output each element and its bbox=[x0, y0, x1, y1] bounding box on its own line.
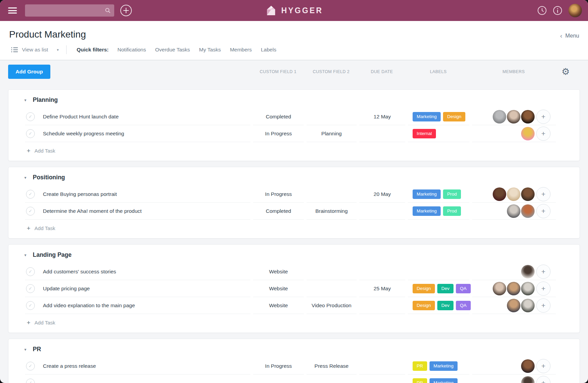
task-complete-checkbox[interactable]: ✓ bbox=[26, 190, 35, 199]
quick-filter-members[interactable]: Members bbox=[230, 47, 252, 52]
due-date-value[interactable] bbox=[359, 358, 405, 375]
group-title[interactable]: Landing Page bbox=[33, 251, 72, 258]
custom-field-1-value[interactable]: Website bbox=[253, 297, 304, 314]
custom-field-1-value[interactable]: In Progress bbox=[253, 186, 304, 203]
info-icon[interactable] bbox=[553, 6, 562, 15]
dropdown-caret-icon[interactable]: ▾ bbox=[57, 48, 59, 52]
column-header-members[interactable]: MEMBERS bbox=[472, 65, 556, 79]
member-avatar[interactable] bbox=[521, 265, 535, 278]
custom-field-1-value[interactable]: Website bbox=[253, 280, 304, 297]
custom-field-2-value[interactable]: Planning bbox=[307, 125, 357, 142]
label-badge-marketing[interactable]: Marketing bbox=[430, 361, 458, 371]
task-complete-checkbox[interactable]: ✓ bbox=[26, 267, 35, 276]
custom-field-1-value[interactable]: Website bbox=[253, 263, 304, 280]
menu-link[interactable]: ‹ Menu bbox=[560, 32, 579, 39]
member-avatar[interactable] bbox=[521, 187, 535, 201]
label-badge-marketing[interactable]: Marketing bbox=[413, 189, 441, 199]
member-avatar[interactable] bbox=[521, 127, 535, 140]
user-profile-avatar[interactable] bbox=[568, 4, 582, 17]
add-new-icon[interactable] bbox=[120, 5, 132, 16]
custom-field-1-value[interactable]: In Progress bbox=[253, 358, 304, 375]
label-badge-design[interactable]: Design bbox=[443, 112, 465, 121]
due-date-value[interactable]: 25 May bbox=[359, 280, 405, 297]
custom-field-2-value[interactable]: Press Release bbox=[307, 358, 357, 375]
custom-field-2-value[interactable] bbox=[307, 280, 357, 297]
label-badge-prod[interactable]: Prod bbox=[443, 189, 461, 199]
task-complete-checkbox[interactable]: ✓ bbox=[26, 301, 35, 310]
label-badge-internal[interactable]: Internal bbox=[413, 129, 436, 138]
search-input[interactable] bbox=[28, 7, 105, 14]
task-name[interactable]: Schedule weekly progress meeting bbox=[43, 131, 124, 137]
member-avatar[interactable] bbox=[507, 204, 520, 218]
member-avatar[interactable] bbox=[507, 299, 520, 312]
label-badge-pr[interactable]: PR bbox=[413, 361, 427, 371]
hamburger-menu-icon[interactable] bbox=[8, 7, 17, 14]
quick-filter-my-tasks[interactable]: My Tasks bbox=[199, 47, 221, 52]
due-date-value[interactable] bbox=[359, 203, 405, 220]
due-date-value[interactable] bbox=[359, 297, 405, 314]
task-complete-checkbox[interactable]: ✓ bbox=[26, 112, 35, 121]
custom-field-2-value[interactable] bbox=[307, 263, 357, 280]
clock-icon[interactable] bbox=[537, 6, 547, 15]
group-title[interactable]: Planning bbox=[33, 96, 58, 104]
label-badge-marketing[interactable]: Marketing bbox=[413, 206, 441, 216]
custom-field-2-value[interactable]: Video Production bbox=[307, 297, 357, 314]
member-avatar[interactable] bbox=[521, 204, 535, 218]
task-name[interactable]: Create a press release bbox=[43, 363, 96, 369]
member-avatar[interactable] bbox=[493, 110, 506, 123]
custom-field-1-value[interactable]: Completed bbox=[253, 108, 304, 125]
label-badge-dev[interactable]: Dev bbox=[437, 301, 454, 310]
member-avatar[interactable] bbox=[493, 282, 506, 295]
add-member-button[interactable]: + bbox=[536, 359, 550, 373]
task-name[interactable]: Create Buying personas portrait bbox=[43, 191, 117, 197]
member-avatar[interactable] bbox=[521, 282, 535, 295]
task-name[interactable]: Update pricing page bbox=[43, 286, 90, 292]
group-title[interactable]: PR bbox=[33, 346, 41, 353]
label-badge-dev[interactable]: Dev bbox=[437, 284, 454, 293]
collapse-caret-icon[interactable]: ▾ bbox=[24, 347, 30, 352]
member-avatar[interactable] bbox=[493, 187, 506, 201]
label-badge-design[interactable]: Design bbox=[413, 301, 435, 310]
add-member-button[interactable]: + bbox=[536, 298, 550, 313]
due-date-value[interactable] bbox=[359, 125, 405, 142]
collapse-caret-icon[interactable]: ▾ bbox=[24, 98, 30, 103]
task-name[interactable]: Determine the Aha! moment of the product bbox=[43, 208, 142, 214]
task-name[interactable]: Add customers' success stories bbox=[43, 269, 116, 275]
add-task-button[interactable]: + Add Task bbox=[8, 314, 580, 333]
custom-field-1-value[interactable] bbox=[253, 375, 304, 383]
add-member-button[interactable]: + bbox=[536, 187, 550, 201]
collapse-caret-icon[interactable]: ▾ bbox=[24, 253, 30, 257]
column-header-due-date[interactable]: DUE DATE bbox=[359, 65, 405, 79]
label-badge-design[interactable]: Design bbox=[413, 284, 435, 293]
custom-field-2-value[interactable] bbox=[307, 375, 357, 383]
custom-field-2-value[interactable] bbox=[307, 108, 357, 125]
member-avatar[interactable] bbox=[507, 282, 520, 295]
due-date-value[interactable] bbox=[359, 263, 405, 280]
due-date-value[interactable]: 20 May bbox=[359, 186, 405, 203]
task-name[interactable]: Add video explanation to the main page bbox=[43, 302, 135, 309]
settings-gear-icon[interactable]: ⚙ bbox=[562, 67, 570, 76]
add-member-button[interactable]: + bbox=[536, 376, 550, 383]
member-avatar[interactable] bbox=[521, 110, 535, 123]
task-complete-checkbox[interactable]: ✓ bbox=[26, 207, 35, 216]
add-member-button[interactable]: + bbox=[536, 281, 550, 296]
add-task-button[interactable]: + Add Task bbox=[8, 142, 580, 161]
column-header-custom-field-2[interactable]: CUSTOM FIELD 2 bbox=[306, 65, 356, 79]
column-header-custom-field-1[interactable]: CUSTOM FIELD 1 bbox=[253, 65, 303, 79]
add-member-button[interactable]: + bbox=[536, 204, 550, 218]
group-title[interactable]: Positioning bbox=[33, 174, 65, 181]
column-header-labels[interactable]: LABELS bbox=[408, 65, 469, 79]
label-badge-marketing[interactable]: Marketing bbox=[430, 378, 458, 383]
custom-field-2-value[interactable]: Brainstorming bbox=[307, 203, 357, 220]
collapse-caret-icon[interactable]: ▾ bbox=[24, 175, 30, 180]
member-avatar[interactable] bbox=[521, 299, 535, 312]
add-member-button[interactable]: + bbox=[536, 110, 550, 124]
member-avatar[interactable] bbox=[521, 359, 535, 373]
due-date-value[interactable] bbox=[359, 375, 405, 383]
label-badge-qa[interactable]: QA bbox=[456, 284, 471, 293]
task-complete-checkbox[interactable]: ✓ bbox=[26, 379, 35, 383]
add-member-button[interactable]: + bbox=[536, 265, 550, 279]
task-complete-checkbox[interactable]: ✓ bbox=[26, 129, 35, 138]
view-as-list-selector[interactable]: View as list bbox=[22, 47, 48, 53]
member-avatar[interactable] bbox=[507, 187, 520, 201]
